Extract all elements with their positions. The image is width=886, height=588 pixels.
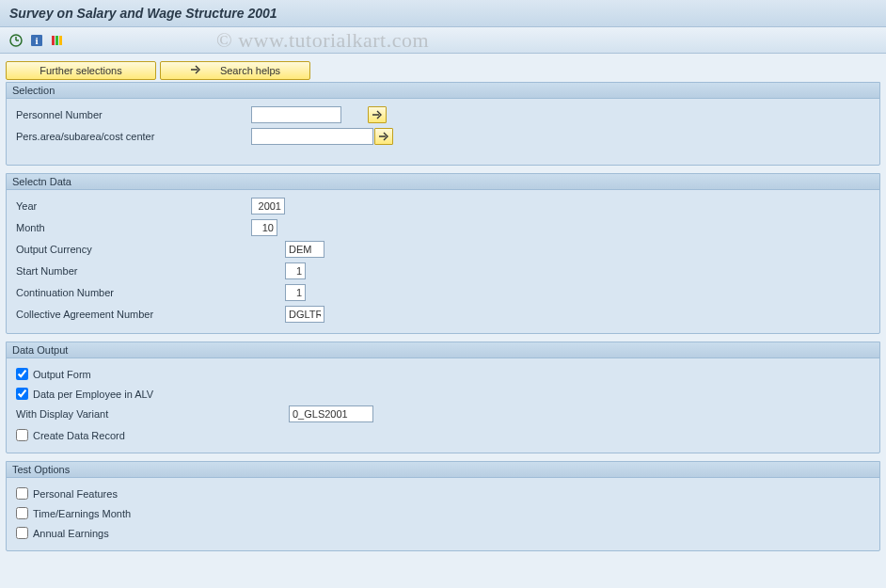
group-test-options-header: Test Options	[7, 462, 879, 478]
svg-text:i: i	[35, 35, 38, 46]
f4-personnel-number-button[interactable]	[368, 106, 387, 123]
checkbox-output-form[interactable]	[16, 368, 28, 380]
group-data-output-header: Data Output	[7, 342, 879, 358]
color-bars-icon[interactable]	[49, 32, 66, 49]
label-month: Month	[16, 222, 251, 233]
input-display-variant[interactable]	[289, 405, 373, 422]
group-selection-header: Selection	[7, 83, 879, 99]
group-test-options: Test Options Personal Features Time/Earn…	[6, 461, 880, 551]
input-output-currency[interactable]	[285, 241, 324, 258]
group-selection: Selection Personnel Number Pers.area/sub…	[6, 82, 880, 166]
page-title: Survey on Salary and Wage Structure 2001	[0, 0, 886, 27]
further-selections-label: Further selections	[40, 65, 121, 76]
checkbox-data-per-employee[interactable]	[16, 388, 28, 400]
checkbox-annual-earnings[interactable]	[16, 527, 28, 539]
arrow-right-icon	[190, 65, 201, 76]
execute-icon[interactable]	[8, 32, 24, 49]
label-year: Year	[16, 200, 251, 212]
action-button-row: Further selections Search helps	[6, 61, 880, 80]
label-pers-area: Pers.area/subarea/cost center	[16, 131, 251, 142]
svg-rect-6	[55, 36, 58, 45]
label-start-number: Start Number	[16, 265, 251, 277]
search-helps-button[interactable]: Search helps	[160, 61, 310, 80]
label-personal-features: Personal Features	[33, 488, 296, 500]
label-output-form: Output Form	[33, 369, 296, 380]
label-annual-earnings: Annual Earnings	[33, 528, 296, 539]
label-output-currency: Output Currency	[16, 244, 251, 255]
checkbox-create-data-record[interactable]	[16, 429, 28, 441]
input-personnel-number[interactable]	[251, 106, 341, 123]
arrow-right-icon	[372, 110, 383, 119]
group-selectn-data-header: Selectn Data	[7, 174, 879, 190]
input-month[interactable]	[251, 219, 277, 236]
label-personnel-number: Personnel Number	[16, 109, 251, 120]
checkbox-time-earnings[interactable]	[16, 507, 28, 519]
label-data-per-employee: Data per Employee in ALV	[33, 389, 296, 400]
input-year[interactable]	[251, 198, 285, 215]
label-display-variant: With Display Variant	[16, 408, 289, 420]
group-data-output: Data Output Output Form Data per Employe…	[6, 342, 880, 453]
application-toolbar: i	[0, 27, 886, 54]
group-selectn-data: Selectn Data Year Month Output Currency …	[6, 173, 880, 334]
checkbox-personal-features[interactable]	[16, 487, 28, 500]
info-icon[interactable]: i	[28, 32, 45, 49]
content-area: Further selections Search helps Selectio…	[0, 54, 886, 588]
f4-pers-area-button[interactable]	[374, 128, 393, 145]
search-helps-label: Search helps	[220, 65, 280, 76]
label-time-earnings: Time/Earnings Month	[33, 508, 296, 519]
label-collective-agreement: Collective Agreement Number	[16, 309, 251, 320]
input-collective-agreement[interactable]	[285, 306, 324, 323]
input-continuation-number[interactable]	[285, 284, 306, 301]
input-start-number[interactable]	[285, 262, 306, 279]
svg-rect-5	[52, 36, 55, 45]
svg-rect-7	[59, 36, 62, 45]
input-pers-area[interactable]	[251, 128, 373, 145]
further-selections-button[interactable]: Further selections	[6, 61, 156, 80]
label-continuation-number: Continuation Number	[16, 287, 251, 298]
label-create-data-record: Create Data Record	[33, 430, 296, 441]
arrow-right-icon	[378, 132, 389, 141]
